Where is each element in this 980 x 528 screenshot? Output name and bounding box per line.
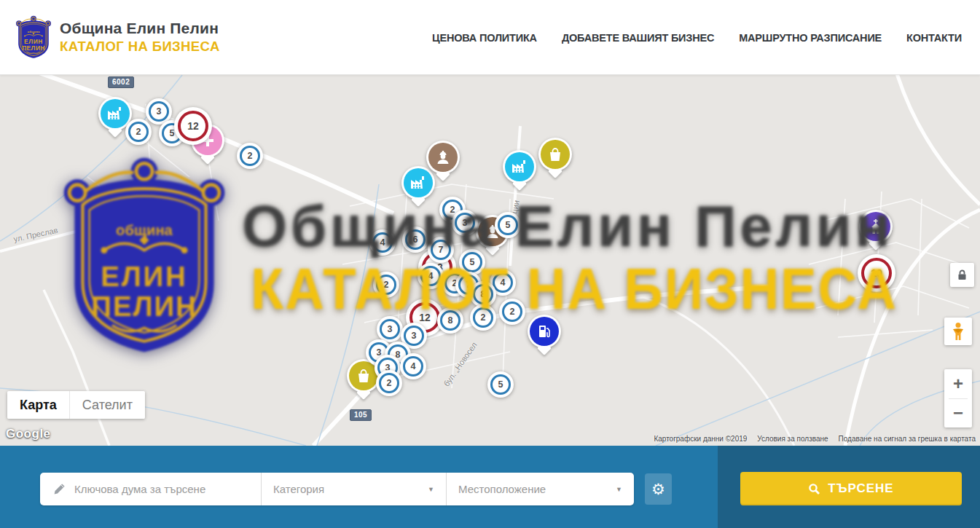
watermark-emblem: община ЕЛИН ПЕЛИН (61, 157, 227, 355)
category-select[interactable]: Категория ▼ (261, 473, 446, 505)
bag-icon (541, 140, 570, 169)
road-badge: 105 (350, 409, 372, 421)
svg-text:община: община (28, 30, 40, 34)
map-cluster-marker[interactable]: 2 (237, 143, 263, 169)
attribution-link-2[interactable]: Условия за ползване (757, 435, 828, 443)
factory-icon (101, 99, 130, 128)
lock-button[interactable] (950, 263, 974, 287)
svg-text:ЕЛИН: ЕЛИН (101, 261, 187, 292)
cluster-count: 2 (379, 373, 399, 393)
advanced-settings-button[interactable]: ⚙ (645, 473, 672, 505)
pencil-icon (53, 483, 66, 495)
location-select[interactable]: Местоположение ▼ (446, 473, 634, 505)
search-button[interactable]: ТЪРСЕНЕ (740, 472, 962, 505)
map-cluster-marker[interactable]: 2 (125, 119, 152, 145)
map-pin-bag[interactable] (538, 138, 572, 171)
logo-subtitle: КАТАЛОГ НА БИЗНЕСА (60, 39, 220, 55)
nav-item-4[interactable]: КОНТАКТИ (906, 32, 962, 44)
cluster-count: 4 (403, 356, 423, 377)
zoom-out-button[interactable]: − (944, 398, 972, 427)
nav-item-1[interactable]: ЦЕНОВА ПОЛИТИКА (432, 32, 537, 44)
site-header: община ЕЛИН ПЕЛИН Община Елин Пелин КАТА… (0, 0, 980, 75)
site-logo[interactable]: община ЕЛИН ПЕЛИН Община Елин Пелин КАТА… (16, 15, 220, 59)
svg-text:ПЕЛИН: ПЕЛИН (91, 291, 197, 322)
lock-icon (957, 269, 968, 280)
map-pin-worker[interactable] (426, 141, 460, 174)
map-cluster-marker[interactable]: 12 (174, 107, 212, 145)
map-attribution: Картографски данни ©2019Условия за ползв… (654, 435, 976, 443)
search-form: Категория ▼ Местоположение ▼ (40, 473, 634, 505)
category-select-value: Категория (273, 483, 324, 495)
nav-item-2[interactable]: ДОБАВЕТЕ ВАШИЯТ БИЗНЕС (562, 32, 714, 44)
cluster-count: 5 (490, 374, 511, 395)
map-cluster-marker[interactable]: 5 (487, 371, 514, 398)
pegman-button[interactable] (944, 318, 972, 345)
zoom-in-button[interactable]: + (944, 369, 972, 398)
map-type-satellite-button[interactable]: Сателит (69, 391, 145, 419)
worker-icon (428, 143, 458, 172)
keyword-input[interactable] (74, 483, 249, 495)
google-logo[interactable]: Google (6, 427, 51, 441)
watermark-subtitle: КАТАЛОГ НА БИЗНЕСА (251, 256, 898, 323)
factory-icon (505, 152, 534, 181)
cluster-count: 12 (178, 111, 208, 141)
map-cluster-marker[interactable]: 2 (376, 370, 402, 396)
gear-icon: ⚙ (651, 481, 665, 498)
map-cluster-marker[interactable]: 4 (400, 353, 426, 379)
municipality-emblem-icon: община ЕЛИН ПЕЛИН (16, 15, 51, 59)
search-button-label: ТЪРСЕНЕ (828, 481, 893, 496)
attribution-link-3[interactable]: Подаване на сигнал за грешка в картата (839, 435, 976, 443)
pegman-icon (950, 322, 966, 341)
logo-title: Община Елин Пелин (60, 20, 220, 37)
map-type-control: Карта Сателит (7, 391, 145, 419)
main-nav: ЦЕНОВА ПОЛИТИКАДОБАВЕТЕ ВАШИЯТ БИЗНЕСМАР… (432, 0, 962, 75)
bag-icon (349, 361, 378, 390)
zoom-control: + − (944, 369, 972, 427)
nav-item-3[interactable]: МАРШРУТНО РАЗПИСАНИЕ (739, 32, 882, 44)
svg-text:ПЕЛИН: ПЕЛИН (22, 44, 45, 52)
cluster-count: 3 (149, 101, 169, 122)
cluster-count: 3 (404, 326, 424, 346)
road-badge: 6002 (108, 76, 134, 88)
search-icon (808, 483, 820, 495)
cluster-count: 2 (240, 146, 260, 166)
location-select-value: Местоположение (458, 483, 546, 495)
map-type-map-button[interactable]: Карта (7, 391, 69, 419)
chevron-down-icon: ▼ (616, 486, 622, 493)
map-pin-factory[interactable] (503, 150, 536, 184)
keyword-field[interactable] (40, 473, 261, 505)
map-canvas[interactable]: община ЕЛИН ПЕЛИН Община Елин Пелин КАТА… (0, 75, 980, 446)
watermark-title: Община Елин Пелин (242, 193, 893, 260)
chevron-down-icon: ▼ (428, 486, 434, 493)
cluster-count: 2 (128, 122, 149, 142)
attribution-link-1: Картографски данни ©2019 (654, 435, 747, 443)
